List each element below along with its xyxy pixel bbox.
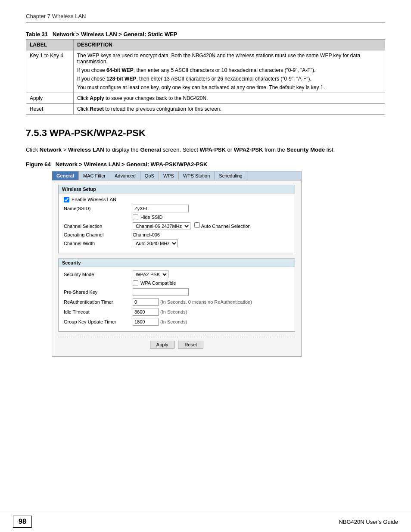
wpa-compatible-row: WPA Compatible bbox=[64, 280, 290, 286]
pre-shared-key-label: Pre-Shared Key bbox=[64, 289, 133, 295]
figure-64-caption: Figure 64 Network > Wireless LAN > Gener… bbox=[26, 161, 385, 168]
row-desc-key: The WEP keys are used to encrypt data. B… bbox=[74, 50, 385, 93]
table-caption: Table 31 Network > Wireless LAN > Genera… bbox=[26, 31, 385, 37]
reauth-timer-input[interactable] bbox=[133, 298, 159, 306]
apply-button[interactable]: Apply bbox=[150, 341, 175, 348]
ssid-label: Name(SSID) bbox=[64, 206, 133, 211]
operating-channel-label: Operating Channel bbox=[64, 232, 133, 237]
pre-shared-key-row: Pre-Shared Key bbox=[64, 288, 290, 296]
operating-channel-row: Operating Channel Channel-006 bbox=[64, 232, 290, 237]
wireless-setup-title: Wireless Setup bbox=[59, 185, 295, 193]
tab-general[interactable]: General bbox=[52, 171, 79, 180]
tab-wps-station[interactable]: WPS Station bbox=[179, 171, 215, 180]
section-753-heading: 7.5.3 WPA-PSK/WPA2-PSK bbox=[26, 128, 385, 139]
row-label-reset: Reset bbox=[26, 104, 74, 115]
security-box: Security Security Mode WPA2-PSK WPA Comp… bbox=[58, 258, 295, 332]
enable-wireless-label: Enable Wireless LAN bbox=[72, 197, 116, 202]
row-label-key: Key 1 to Key 4 bbox=[26, 50, 74, 93]
page-footer: 98 NBG420N User's Guide bbox=[0, 511, 411, 532]
idle-timeout-input[interactable] bbox=[133, 308, 159, 316]
channel-width-select[interactable]: Auto 20/40 MHz bbox=[133, 240, 178, 247]
wpa-compatible-checkbox[interactable] bbox=[133, 280, 138, 286]
table-31: LABEL DESCRIPTION Key 1 to Key 4 The WEP… bbox=[26, 39, 385, 115]
idle-timeout-label: Idle Timeout bbox=[64, 309, 133, 314]
idle-timeout-note: (In Seconds) bbox=[160, 309, 187, 314]
tab-wps[interactable]: WPS bbox=[159, 171, 179, 180]
table-row: Key 1 to Key 4 The WEP keys are used to … bbox=[26, 50, 385, 93]
tab-mac-filter[interactable]: MAC Filter bbox=[79, 171, 110, 180]
ssid-input[interactable] bbox=[133, 205, 189, 212]
hide-ssid-label: Hide SSID bbox=[140, 215, 162, 220]
security-mode-row: Security Mode WPA2-PSK bbox=[64, 271, 290, 278]
row-desc-reset: Click Reset to reload the previous confi… bbox=[74, 104, 385, 115]
channel-selection-select[interactable]: Channel-06 2437MHz bbox=[133, 222, 190, 230]
channel-selection-row: Channel Selection Channel-06 2437MHz Aut… bbox=[64, 222, 290, 230]
security-title: Security bbox=[59, 259, 295, 267]
router-footer: Apply Reset bbox=[58, 337, 295, 352]
reauth-timer-row: ReAuthentication Timer (In Seconds. 0 me… bbox=[64, 298, 290, 306]
wpa-compatible-label: WPA Compatible bbox=[140, 280, 176, 286]
chapter-header: Chapter 7 Wireless LAN bbox=[26, 13, 385, 22]
col-label: LABEL bbox=[26, 40, 74, 50]
security-mode-select[interactable]: WPA2-PSK bbox=[133, 271, 168, 278]
reauth-timer-label: ReAuthentication Timer bbox=[64, 299, 133, 305]
enable-wireless-checkbox[interactable] bbox=[64, 197, 69, 202]
wireless-setup-box: Wireless Setup Enable Wireless LAN Name(… bbox=[58, 185, 295, 253]
auto-channel-label: Auto Channel Selection bbox=[201, 224, 251, 229]
pre-shared-key-input[interactable] bbox=[133, 288, 189, 296]
row-desc-apply: Click Apply to save your changes back to… bbox=[74, 93, 385, 104]
section-753-intro: Click Network > Wireless LAN to display … bbox=[26, 146, 385, 154]
channel-selection-label: Channel Selection bbox=[64, 224, 133, 229]
table-row: Reset Click Reset to reload the previous… bbox=[26, 104, 385, 115]
enable-wireless-row: Enable Wireless LAN bbox=[64, 197, 290, 202]
router-ui: General MAC Filter Advanced QoS WPS WPS … bbox=[52, 171, 302, 357]
security-mode-label: Security Mode bbox=[64, 272, 133, 277]
group-key-note: (In Seconds) bbox=[160, 319, 187, 324]
channel-selection-value: Channel-06 2437MHz Auto Channel Selectio… bbox=[133, 222, 290, 230]
reset-button[interactable]: Reset bbox=[178, 341, 203, 348]
wireless-setup-content: Enable Wireless LAN Name(SSID) Hide SSID bbox=[59, 193, 295, 253]
ssid-row: Name(SSID) bbox=[64, 205, 290, 212]
router-body: Wireless Setup Enable Wireless LAN Name(… bbox=[52, 180, 301, 356]
idle-timeout-row: Idle Timeout (In Seconds) bbox=[64, 308, 290, 316]
tab-scheduling[interactable]: Scheduling bbox=[215, 171, 247, 180]
operating-channel-value: Channel-006 bbox=[133, 232, 290, 237]
channel-width-row: Channel Width Auto 20/40 MHz bbox=[64, 240, 290, 247]
router-tabs: General MAC Filter Advanced QoS WPS WPS … bbox=[52, 171, 301, 180]
hide-ssid-checkbox[interactable] bbox=[133, 215, 138, 220]
reauth-timer-note: (In Seconds. 0 means no ReAuthentication… bbox=[160, 299, 252, 305]
table-row: Apply Click Apply to save your changes b… bbox=[26, 93, 385, 104]
tab-advanced[interactable]: Advanced bbox=[110, 171, 140, 180]
col-description: DESCRIPTION bbox=[74, 40, 385, 50]
group-key-input[interactable] bbox=[133, 318, 159, 326]
group-key-label: Group Key Update Timer bbox=[64, 319, 133, 324]
group-key-row: Group Key Update Timer (In Seconds) bbox=[64, 318, 290, 326]
footer-right-text: NBG420N User's Guide bbox=[339, 519, 398, 525]
page-number: 98 bbox=[13, 516, 32, 528]
auto-channel-checkbox[interactable] bbox=[194, 222, 200, 228]
channel-width-label: Channel Width bbox=[64, 241, 133, 246]
security-content: Security Mode WPA2-PSK WPA Compatible Pr… bbox=[59, 267, 295, 331]
hide-ssid-row: Hide SSID bbox=[64, 215, 290, 220]
row-label-apply: Apply bbox=[26, 93, 74, 104]
tab-qos[interactable]: QoS bbox=[140, 171, 159, 180]
